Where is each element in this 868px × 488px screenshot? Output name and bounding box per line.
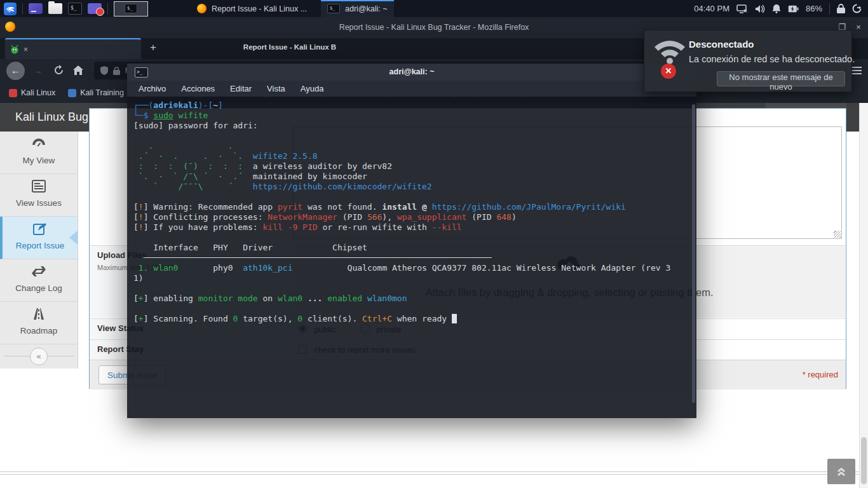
- terminal-line: 1. wlan0 phy0 ath10k_pci Qualcomm Athero…: [133, 263, 690, 273]
- terminal-line: ────────────────────────────────────────…: [133, 253, 690, 263]
- dismiss-notification-button[interactable]: No mostrar este mensaje de nuevo: [717, 71, 845, 86]
- terminal-line: 1): [133, 273, 690, 283]
- terminal-line: [133, 304, 690, 314]
- terminal-line: └─$ sudo wifite: [133, 111, 690, 121]
- active-item-arrow: [69, 231, 78, 245]
- menu-icon[interactable]: [852, 67, 862, 76]
- display-disconnected-icon[interactable]: [736, 4, 748, 13]
- file-manager-icon[interactable]: [48, 3, 62, 14]
- forward-button[interactable]: →: [33, 65, 43, 76]
- page-scrollbar-thumb[interactable]: [861, 437, 867, 484]
- bookmark-item[interactable]: Kali Linux: [9, 88, 55, 97]
- sidebar: My View View Issues Report Issue Change …: [0, 132, 78, 369]
- terminal-line: ┌──(adri⊛kali)-[~]: [133, 100, 690, 111]
- reload-icon[interactable]: [53, 65, 64, 76]
- terminal-output[interactable]: ┌──(adri⊛kali)-[~]└─$ sudo wifite[sudo] …: [127, 97, 696, 418]
- terminal-line: [133, 131, 690, 141]
- sidebar-item-label: Change Log: [0, 283, 78, 293]
- terminal-line: : : : (¯) : : : a wireless auditor by de…: [133, 161, 690, 172]
- terminal-scrollbar-thumb[interactable]: [692, 104, 695, 403]
- volume-icon[interactable]: [755, 4, 765, 13]
- sidebar-item-view-issues[interactable]: View Issues: [0, 174, 78, 217]
- terminal-line: [!] Warning: Recommended app pyrit was n…: [133, 202, 690, 212]
- taskbar-window-label: adri@kali: ~: [345, 4, 388, 13]
- browser-tab[interactable]: Report Issue - Kali Linux B ×: [5, 38, 141, 59]
- menu-vista[interactable]: Vista: [267, 84, 285, 93]
- terminal-line: [sudo] password for adri:: [133, 121, 690, 131]
- tab-title: Report Issue - Kali Linux B: [5, 43, 574, 51]
- taskbar-window-firefox[interactable]: Report Issue - Kali Linux ...: [191, 0, 313, 17]
- home-icon[interactable]: [72, 65, 84, 76]
- lock-screen-icon[interactable]: [837, 4, 845, 13]
- shield-icon[interactable]: [100, 66, 108, 75]
- resize-grip[interactable]: [834, 231, 841, 238]
- refresh-icon: [31, 265, 46, 278]
- divider: [22, 3, 23, 15]
- menu-ayuda[interactable]: Ayuda: [301, 84, 324, 93]
- new-tab-button[interactable]: +: [150, 41, 156, 54]
- terminal-line: [+] Scanning. Found 0 target(s), 0 clien…: [133, 314, 690, 324]
- edit-icon: [33, 222, 47, 235]
- sidebar-item-label: My View: [0, 156, 78, 165]
- collapse-icon[interactable]: «: [30, 348, 48, 365]
- scroll-to-top-button[interactable]: [827, 459, 855, 484]
- page-scrollbar[interactable]: [859, 103, 868, 488]
- terminal-line: `. · ` /¯\ ´ · .´ maintained by kimocode…: [133, 172, 690, 182]
- screen-record-icon[interactable]: [88, 3, 102, 14]
- disconnected-badge-icon: ✕: [661, 64, 676, 79]
- page-footer-divider: [0, 471, 859, 475]
- notification-body: La conexión de red se ha desconectado.: [689, 54, 855, 64]
- terminal-line: [!] Conflicting processes: NetworkManage…: [133, 212, 690, 222]
- divider: [829, 3, 830, 15]
- sidebar-collapse[interactable]: «: [0, 344, 78, 369]
- terminal-launcher-icon[interactable]: $_: [68, 3, 82, 15]
- sidebar-item-my-view[interactable]: My View: [0, 132, 78, 174]
- screen: Kali Linux Bug Tracker adriermaki My Vie…: [0, 0, 868, 488]
- taskbar-window-label: Report Issue - Kali Linux ...: [212, 4, 307, 13]
- double-chevron-up-icon: [836, 466, 846, 477]
- bookmark-label: Kali Training: [80, 88, 124, 97]
- back-button[interactable]: ←: [6, 62, 25, 80]
- dashboard-icon: [31, 137, 46, 150]
- terminal-icon: $_: [327, 4, 340, 13]
- taskbar: $_ $_ Report Issue - Kali Linux ... $_ a…: [0, 0, 868, 17]
- divider: [107, 3, 108, 15]
- wifi-icon: [653, 39, 686, 65]
- road-icon: [32, 308, 45, 320]
- app-launcher-icon[interactable]: [29, 3, 43, 14]
- terminal-line: [133, 192, 690, 202]
- notifications-bell-icon[interactable]: [772, 4, 781, 13]
- bookmark-favicon: [68, 89, 76, 97]
- terminal-window: >_ adri@kali: ~ Archivo Acciones Editar …: [127, 64, 696, 418]
- terminal-line: [133, 233, 690, 243]
- terminal-line: Interface PHY Driver Chipset: [133, 243, 690, 253]
- applications-menu-kali-icon[interactable]: [4, 3, 17, 15]
- battery-percent: 86%: [806, 4, 822, 13]
- firefox-icon: [197, 4, 207, 13]
- workspace-switcher[interactable]: $_: [114, 1, 148, 17]
- clock[interactable]: 04:40 PM: [694, 4, 729, 13]
- close-button[interactable]: ×: [853, 22, 864, 32]
- notification-popup[interactable]: ✕ Desconectado La conexión de red se ha …: [644, 30, 852, 92]
- bookmark-item[interactable]: Kali Training: [68, 88, 124, 97]
- notification-title: Desconectado: [689, 39, 754, 50]
- sidebar-item-label: Report Issue: [3, 241, 78, 250]
- terminal-title: adri@kali: ~: [127, 67, 696, 76]
- menu-archivo[interactable]: Archivo: [139, 84, 166, 93]
- menu-acciones[interactable]: Acciones: [181, 84, 215, 93]
- sidebar-item-label: View Issues: [0, 198, 78, 208]
- lock-icon: [113, 67, 120, 75]
- terminal-line: . .: [133, 141, 690, 151]
- sidebar-item-roadmap[interactable]: Roadmap: [0, 302, 78, 344]
- taskbar-window-terminal[interactable]: $_ adri@kali: ~: [321, 0, 394, 17]
- terminal-titlebar[interactable]: >_ adri@kali: ~: [127, 64, 696, 81]
- logout-power-icon[interactable]: [852, 4, 862, 13]
- menu-editar[interactable]: Editar: [230, 84, 252, 93]
- terminal-menubar: Archivo Acciones Editar Vista Ayuda: [127, 81, 696, 97]
- sidebar-item-report-issue[interactable]: Report Issue: [0, 217, 78, 259]
- bookmark-favicon: [9, 89, 17, 97]
- sidebar-item-change-log[interactable]: Change Log: [0, 259, 78, 302]
- terminal-line: [!] If you have problems: kill -9 PID or…: [133, 222, 690, 233]
- workspace-terminal-icon: $_: [125, 4, 137, 13]
- battery-icon[interactable]: [788, 5, 799, 13]
